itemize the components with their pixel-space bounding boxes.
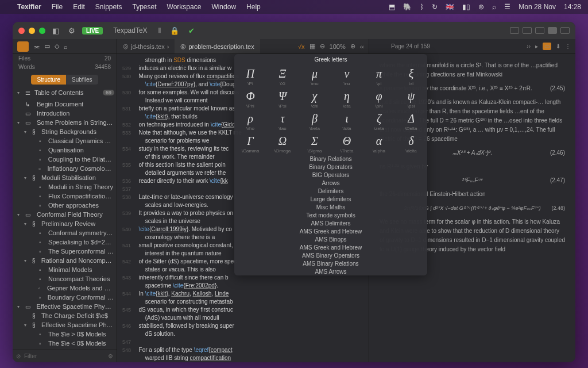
outline-item[interactable]: ▫Quantisation (13, 145, 117, 155)
battery-icon[interactable]: ▮▯ (462, 3, 470, 11)
menu-help[interactable]: Help (246, 3, 261, 11)
palette-category[interactable]: BIG Operators (234, 171, 427, 179)
elephant-icon[interactable]: 🐘 (403, 3, 412, 11)
nav-back-icon[interactable]: ‹‹ (360, 43, 364, 50)
palette-category[interactable]: Delimiters (234, 187, 427, 195)
palette-category[interactable]: Binary Relations (234, 155, 427, 163)
symbol-cell[interactable]: ξ\xi (395, 65, 427, 87)
symbol-cell[interactable]: μ\mu (299, 65, 331, 87)
symbol-cell[interactable]: τ\tau (266, 110, 299, 132)
outline-item[interactable]: ▫Coupling to the Dilato… (13, 155, 117, 164)
menu-workspace[interactable]: Workspace (167, 3, 202, 11)
palette-category[interactable]: AMS Arrows (234, 267, 427, 275)
math-palette-button[interactable]: √x (298, 43, 305, 50)
layout-btn-2[interactable] (523, 27, 532, 34)
seg-structure[interactable]: Structure (31, 75, 66, 85)
outline-item[interactable]: ▾§Preliminary Review (13, 219, 117, 228)
zoom-out-icon[interactable]: ⊖ (320, 43, 325, 50)
engine-label[interactable]: TexpadTeX (113, 26, 147, 34)
outline-item[interactable]: ↳Begin Document (13, 99, 117, 109)
palette-category[interactable]: AMS Binary Relations (234, 259, 427, 267)
palette-category[interactable]: AMS Greek and Hebrew (234, 227, 427, 235)
outline-item[interactable]: ▫Inflationary Cosmology … (13, 164, 117, 173)
outline-item[interactable]: ▫Classical Dynamics o… (13, 136, 117, 145)
tag-icon[interactable]: ◇ (55, 43, 59, 50)
symbol-cell[interactable]: α\alpha (363, 132, 395, 155)
outline-item[interactable]: ▫Flux Compactificatio… (13, 191, 117, 201)
outline-item[interactable]: ▭Introduction (13, 109, 117, 118)
gear-icon[interactable]: ⚙ (66, 26, 78, 35)
symbol-cell[interactable]: φ\phi (363, 87, 395, 110)
symbol-cell[interactable]: δ\delta (395, 132, 427, 155)
symbol-cell[interactable]: χ\chi (299, 87, 331, 110)
outline-item[interactable]: ▫Minimal Models (13, 265, 117, 274)
menu-snippets[interactable]: Snippets (95, 3, 122, 11)
filter-icon[interactable]: ⊘ (16, 353, 21, 359)
symbol-cell[interactable]: Θ\Theta (331, 132, 363, 155)
outline-item[interactable]: ▾§Effective Spacetime Ph… (13, 320, 117, 329)
symbol-cell[interactable]: ζ\zeta (363, 110, 395, 132)
symbol-cell[interactable]: Δ\Delta (395, 110, 427, 132)
symbol-cell[interactable]: ρ\rho (234, 110, 266, 132)
settings-gear-icon[interactable]: ⚙ (108, 353, 113, 359)
toc-tab-icon[interactable] (17, 41, 29, 52)
outline-item[interactable]: ▫Other approaches (13, 201, 117, 210)
search-icon[interactable]: ⌕ (64, 43, 68, 50)
toc-header[interactable]: ▾☰ Table of Contents 69 (13, 88, 117, 97)
link-icon[interactable]: ⫘ (33, 43, 40, 50)
outline-item[interactable]: ▫Specialising to $d=2… (13, 237, 117, 247)
outline-item[interactable]: ▫The $\e < 0$ Models (13, 339, 117, 348)
outline-item[interactable]: ▫Noncompact Theories (13, 274, 117, 283)
seg-subfiles[interactable]: Subfiles (66, 75, 98, 85)
layout-btn-1[interactable] (510, 27, 519, 34)
symbol-cell[interactable]: ι\iota (331, 110, 363, 132)
live-badge[interactable]: LIVE (82, 27, 103, 34)
zoom-button[interactable] (39, 28, 45, 34)
control-center-icon[interactable]: ☰ (504, 3, 510, 11)
layout-btn-5[interactable] (560, 27, 570, 34)
symbol-cell[interactable]: Γ\Gamma (234, 132, 266, 155)
symbol-cell[interactable]: Π\Pi (234, 65, 266, 87)
symbol-cell[interactable]: ψ\psi (395, 87, 427, 110)
outline-item[interactable]: ▫The $\e > 0$ Models (13, 329, 117, 339)
filter-placeholder[interactable]: Filter (24, 353, 37, 359)
outline-item[interactable]: ▾▭Some Problems in String … (13, 118, 117, 127)
grid-icon[interactable]: ▦ (310, 43, 315, 50)
export-icon[interactable]: ⬇ (556, 43, 560, 49)
outline-item[interactable]: ▾▭Conformal Field Theory (13, 210, 117, 219)
palette-category[interactable]: Large delimiters (234, 195, 427, 203)
close-button[interactable] (18, 28, 25, 34)
app-name[interactable]: Texifier (17, 3, 41, 11)
outline-item[interactable]: §The Charge Deficit $\e$ (13, 311, 117, 320)
symbol-cell[interactable]: Ω\Omega (266, 132, 299, 155)
sidebar-toggle-icon[interactable]: ◧ (50, 26, 61, 35)
outline-item[interactable]: ▾§String Backgrounds (13, 127, 117, 136)
menu-edit[interactable]: Edit (73, 3, 85, 11)
symbol-cell[interactable]: Σ\Sigma (299, 132, 331, 155)
check-icon[interactable]: ✔ (186, 26, 197, 35)
spotlight-icon[interactable]: ⌕ (492, 3, 496, 11)
minimize-button[interactable] (29, 28, 35, 34)
dropbox-icon[interactable]: ⬒ (389, 3, 395, 11)
flag-icon[interactable]: 🇬🇧 (446, 3, 454, 11)
time[interactable]: 14:28 (564, 3, 581, 11)
symbol-cell[interactable]: Ψ\Psi (266, 87, 299, 110)
palette-category[interactable]: Misc Maths (234, 203, 427, 211)
bluetooth-icon[interactable]: ᛒ (420, 3, 424, 11)
next-page-icon[interactable]: ▸ (535, 43, 538, 49)
symbol-cell[interactable]: Φ\Phi (234, 87, 266, 110)
palette-category[interactable]: AMS Delimiters (234, 219, 427, 227)
files-icon[interactable]: ▭ (44, 43, 50, 50)
palette-category[interactable]: AMS Greek and Hebrew (234, 243, 427, 251)
tab-jd-thesis[interactable]: ◎jd-thesis.tex› (117, 39, 175, 53)
symbol-cell[interactable]: β\beta (299, 110, 331, 132)
symbol-cell[interactable]: ν\nu (331, 65, 363, 87)
zoom-in-icon[interactable]: ⊕ (350, 43, 355, 50)
outline-item[interactable]: ▫The Superconformal … (13, 247, 117, 256)
symbol-cell[interactable]: η\eta (331, 87, 363, 110)
layout-btn-3[interactable] (535, 27, 544, 34)
layout-btn-4[interactable] (548, 27, 557, 34)
outline-item[interactable]: ▫Moduli in String Theory (13, 182, 117, 191)
palette-category[interactable]: Arrows (234, 179, 427, 187)
palette-category[interactable]: AMS Binary Operators (234, 251, 427, 259)
